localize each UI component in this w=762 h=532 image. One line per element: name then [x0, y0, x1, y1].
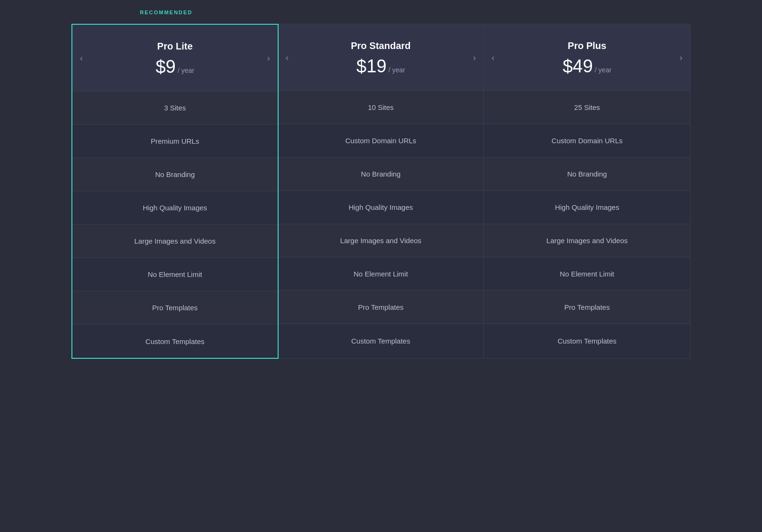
feature-row-pro-plus-3: High Quality Images [484, 191, 690, 224]
feature-text-pro-plus-6: Pro Templates [564, 303, 610, 311]
plan-name-pro-plus: Pro Plus [568, 40, 606, 51]
plan-column-pro-standard: ‹Pro Standard$19/ year›10 SitesCustom Do… [278, 24, 484, 358]
feature-text-pro-standard-4: Large Images and Videos [340, 236, 421, 245]
feature-text-pro-plus-2: No Branding [567, 170, 607, 178]
feature-row-pro-plus-1: Custom Domain URLs [484, 124, 690, 158]
feature-text-pro-lite-2: No Branding [155, 170, 195, 178]
feature-row-pro-standard-7: Custom Templates [278, 324, 484, 357]
feature-text-pro-lite-4: Large Images and Videos [134, 237, 216, 245]
feature-row-pro-standard-6: Pro Templates [278, 291, 484, 324]
feature-text-pro-plus-7: Custom Templates [558, 337, 617, 345]
plan-header-pro-lite: ‹Pro Lite$9/ year› [72, 25, 278, 91]
feature-text-pro-standard-6: Pro Templates [358, 303, 404, 311]
feature-row-pro-standard-2: No Branding [278, 158, 484, 191]
plan-price-pro-plus: $49/ year [562, 56, 611, 77]
feature-text-pro-plus-1: Custom Domain URLs [551, 137, 622, 145]
plan-amount-pro-standard: $19 [356, 56, 386, 77]
plan-period-pro-standard: / year [389, 66, 405, 74]
feature-row-pro-plus-0: 25 Sites [484, 91, 690, 124]
feature-text-pro-standard-3: High Quality Images [349, 203, 413, 211]
plan-price-pro-lite: $9/ year [156, 57, 194, 77]
feature-row-pro-plus-7: Custom Templates [484, 324, 690, 357]
plan-name-pro-lite: Pro Lite [157, 41, 192, 52]
pricing-wrapper: RECOMMENDED ‹Pro Lite$9/ year›3 SitesPre… [71, 10, 691, 359]
feature-row-pro-standard-3: High Quality Images [278, 191, 484, 224]
feature-row-pro-standard-5: No Element Limit [278, 257, 484, 291]
plans-grid: ‹Pro Lite$9/ year›3 SitesPremium URLsNo … [71, 24, 691, 359]
nav-left-pro-standard[interactable]: ‹ [282, 49, 292, 66]
feature-row-pro-lite-1: Premium URLs [72, 125, 278, 158]
nav-right-pro-lite[interactable]: › [263, 49, 274, 67]
feature-text-pro-plus-3: High Quality Images [555, 203, 619, 211]
recommended-label: RECOMMENDED [71, 10, 261, 18]
feature-row-pro-standard-4: Large Images and Videos [278, 224, 484, 257]
feature-row-pro-standard-0: 10 Sites [278, 91, 484, 124]
plan-amount-pro-lite: $9 [156, 57, 176, 77]
feature-row-pro-lite-6: Pro Templates [72, 291, 278, 325]
plan-name-pro-standard: Pro Standard [351, 40, 411, 51]
nav-left-pro-lite[interactable]: ‹ [76, 49, 87, 67]
feature-text-pro-standard-2: No Branding [361, 170, 401, 178]
feature-row-pro-plus-4: Large Images and Videos [484, 224, 690, 257]
plan-period-pro-lite: / year [178, 67, 194, 74]
plan-header-pro-plus: ‹Pro Plus$49/ year› [484, 24, 690, 91]
plan-header-pro-standard: ‹Pro Standard$19/ year› [278, 24, 484, 91]
feature-text-pro-standard-5: No Element Limit [353, 270, 408, 278]
nav-left-pro-plus[interactable]: ‹ [488, 49, 498, 66]
plan-amount-pro-plus: $49 [562, 56, 592, 77]
feature-row-pro-plus-5: No Element Limit [484, 257, 690, 291]
plan-column-pro-plus: ‹Pro Plus$49/ year›25 SitesCustom Domain… [484, 24, 690, 358]
feature-text-pro-lite-5: No Element Limit [148, 270, 202, 278]
feature-text-pro-standard-7: Custom Templates [351, 337, 411, 345]
feature-text-pro-lite-6: Pro Templates [152, 304, 198, 312]
feature-row-pro-standard-1: Custom Domain URLs [278, 124, 484, 158]
feature-row-pro-plus-2: No Branding [484, 158, 690, 191]
feature-row-pro-lite-7: Custom Templates [72, 325, 278, 358]
feature-text-pro-lite-0: 3 Sites [164, 104, 186, 112]
plan-price-pro-standard: $19/ year [356, 56, 405, 77]
plan-period-pro-plus: / year [595, 66, 612, 74]
feature-text-pro-lite-7: Custom Templates [145, 337, 204, 345]
feature-row-pro-lite-3: High Quality Images [72, 191, 278, 225]
feature-text-pro-plus-5: No Element Limit [560, 270, 614, 278]
feature-text-pro-lite-1: Premium URLs [150, 137, 199, 145]
feature-row-pro-lite-0: 3 Sites [72, 91, 278, 125]
nav-right-pro-plus[interactable]: › [676, 49, 686, 66]
feature-row-pro-lite-2: No Branding [72, 158, 278, 191]
feature-text-pro-plus-4: Large Images and Videos [546, 236, 628, 245]
plan-column-pro-lite: ‹Pro Lite$9/ year›3 SitesPremium URLsNo … [71, 24, 279, 359]
feature-row-pro-plus-6: Pro Templates [484, 291, 690, 324]
feature-text-pro-lite-3: High Quality Images [143, 204, 207, 212]
nav-right-pro-standard[interactable]: › [469, 49, 480, 66]
feature-text-pro-plus-0: 25 Sites [574, 103, 600, 111]
feature-text-pro-standard-1: Custom Domain URLs [345, 137, 416, 145]
feature-row-pro-lite-5: No Element Limit [72, 258, 278, 291]
feature-text-pro-standard-0: 10 Sites [368, 103, 393, 111]
feature-row-pro-lite-4: Large Images and Videos [72, 225, 278, 258]
